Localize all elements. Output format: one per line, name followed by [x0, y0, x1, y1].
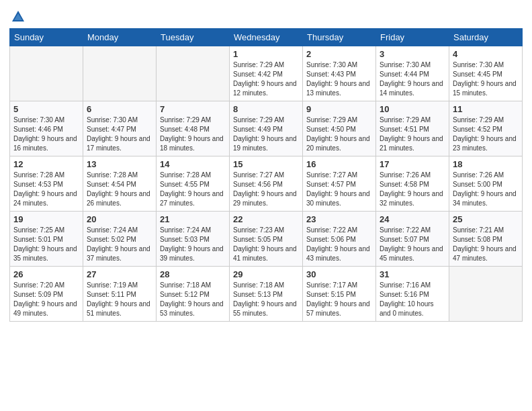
calendar-cell: 19Sunrise: 7:25 AMSunset: 5:01 PMDayligh…	[10, 212, 83, 267]
cell-info: Sunrise: 7:29 AMSunset: 4:52 PMDaylight:…	[453, 116, 517, 152]
calendar-cell: 20Sunrise: 7:24 AMSunset: 5:02 PMDayligh…	[83, 212, 157, 267]
cell-info: Sunrise: 7:21 AMSunset: 5:08 PMDaylight:…	[453, 226, 517, 262]
day-number: 8	[233, 104, 299, 114]
day-number: 9	[306, 104, 372, 114]
calendar-cell: 25Sunrise: 7:21 AMSunset: 5:08 PMDayligh…	[449, 212, 523, 267]
cell-info: Sunrise: 7:29 AMSunset: 4:49 PMDaylight:…	[233, 116, 297, 152]
cell-info: Sunrise: 7:30 AMSunset: 4:45 PMDaylight:…	[453, 61, 517, 97]
calendar-cell: 11Sunrise: 7:29 AMSunset: 4:52 PMDayligh…	[449, 101, 523, 156]
week-row-5: 26Sunrise: 7:20 AMSunset: 5:09 PMDayligh…	[10, 267, 523, 322]
calendar-body: 1Sunrise: 7:29 AMSunset: 4:42 PMDaylight…	[10, 46, 523, 322]
weekday-header-row: SundayMondayTuesdayWednesdayThursdayFrid…	[10, 29, 523, 46]
cell-info: Sunrise: 7:25 AMSunset: 5:01 PMDaylight:…	[13, 226, 77, 262]
weekday-friday: Friday	[376, 29, 449, 46]
weekday-tuesday: Tuesday	[157, 29, 230, 46]
week-row-1: 1Sunrise: 7:29 AMSunset: 4:42 PMDaylight…	[10, 46, 523, 101]
day-number: 12	[13, 159, 79, 169]
cell-info: Sunrise: 7:30 AMSunset: 4:46 PMDaylight:…	[13, 116, 77, 152]
cell-info: Sunrise: 7:30 AMSunset: 4:44 PMDaylight:…	[380, 61, 443, 97]
day-number: 27	[87, 269, 152, 279]
cell-info: Sunrise: 7:29 AMSunset: 4:51 PMDaylight:…	[380, 116, 443, 152]
cell-info: Sunrise: 7:18 AMSunset: 5:13 PMDaylight:…	[233, 281, 297, 317]
day-number: 20	[87, 214, 152, 224]
calendar-cell	[157, 46, 230, 101]
week-row-3: 12Sunrise: 7:28 AMSunset: 4:53 PMDayligh…	[10, 156, 523, 212]
calendar-cell: 6Sunrise: 7:30 AMSunset: 4:47 PMDaylight…	[83, 101, 157, 156]
day-number: 24	[380, 214, 445, 224]
day-number: 26	[13, 269, 79, 279]
cell-info: Sunrise: 7:24 AMSunset: 5:03 PMDaylight:…	[160, 226, 224, 262]
weekday-thursday: Thursday	[303, 29, 376, 46]
cell-info: Sunrise: 7:30 AMSunset: 4:47 PMDaylight:…	[87, 116, 150, 152]
cell-info: Sunrise: 7:28 AMSunset: 4:54 PMDaylight:…	[87, 171, 150, 207]
cell-info: Sunrise: 7:17 AMSunset: 5:15 PMDaylight:…	[306, 281, 370, 317]
cell-info: Sunrise: 7:19 AMSunset: 5:11 PMDaylight:…	[87, 281, 150, 317]
calendar-cell	[10, 46, 83, 101]
day-number: 4	[453, 49, 519, 59]
logo	[9, 9, 26, 24]
cell-info: Sunrise: 7:22 AMSunset: 5:07 PMDaylight:…	[380, 226, 443, 262]
day-number: 25	[453, 214, 519, 224]
header	[9, 7, 523, 24]
day-number: 23	[306, 214, 372, 224]
day-number: 31	[380, 269, 445, 279]
calendar-cell: 28Sunrise: 7:18 AMSunset: 5:12 PMDayligh…	[157, 267, 230, 322]
cell-info: Sunrise: 7:26 AMSunset: 5:00 PMDaylight:…	[453, 171, 517, 207]
cell-info: Sunrise: 7:27 AMSunset: 4:56 PMDaylight:…	[233, 171, 297, 207]
cell-info: Sunrise: 7:29 AMSunset: 4:42 PMDaylight:…	[233, 61, 297, 97]
calendar-cell	[449, 267, 523, 322]
calendar-cell: 26Sunrise: 7:20 AMSunset: 5:09 PMDayligh…	[10, 267, 83, 322]
calendar-cell: 4Sunrise: 7:30 AMSunset: 4:45 PMDaylight…	[449, 46, 523, 101]
day-number: 28	[160, 269, 226, 279]
calendar-cell: 3Sunrise: 7:30 AMSunset: 4:44 PMDaylight…	[376, 46, 449, 101]
logo-icon	[11, 9, 26, 24]
day-number: 30	[306, 269, 372, 279]
calendar-cell: 13Sunrise: 7:28 AMSunset: 4:54 PMDayligh…	[83, 156, 157, 212]
day-number: 6	[87, 104, 152, 114]
day-number: 18	[453, 159, 519, 169]
cell-info: Sunrise: 7:28 AMSunset: 4:53 PMDaylight:…	[13, 171, 77, 207]
day-number: 22	[233, 214, 299, 224]
cell-info: Sunrise: 7:29 AMSunset: 4:50 PMDaylight:…	[306, 116, 370, 152]
calendar-cell: 16Sunrise: 7:27 AMSunset: 4:57 PMDayligh…	[303, 156, 376, 212]
day-number: 17	[380, 159, 445, 169]
calendar-cell: 31Sunrise: 7:16 AMSunset: 5:16 PMDayligh…	[376, 267, 449, 322]
weekday-monday: Monday	[83, 29, 157, 46]
calendar-cell: 18Sunrise: 7:26 AMSunset: 5:00 PMDayligh…	[449, 156, 523, 212]
cell-info: Sunrise: 7:26 AMSunset: 4:58 PMDaylight:…	[380, 171, 443, 207]
calendar-cell: 10Sunrise: 7:29 AMSunset: 4:51 PMDayligh…	[376, 101, 449, 156]
day-number: 21	[160, 214, 226, 224]
day-number: 1	[233, 49, 299, 59]
cell-info: Sunrise: 7:22 AMSunset: 5:06 PMDaylight:…	[306, 226, 370, 262]
cell-info: Sunrise: 7:24 AMSunset: 5:02 PMDaylight:…	[87, 226, 150, 262]
calendar-cell: 17Sunrise: 7:26 AMSunset: 4:58 PMDayligh…	[376, 156, 449, 212]
week-row-2: 5Sunrise: 7:30 AMSunset: 4:46 PMDaylight…	[10, 101, 523, 156]
cell-info: Sunrise: 7:30 AMSunset: 4:43 PMDaylight:…	[306, 61, 370, 97]
cell-info: Sunrise: 7:16 AMSunset: 5:16 PMDaylight:…	[380, 281, 434, 317]
calendar-cell: 8Sunrise: 7:29 AMSunset: 4:49 PMDaylight…	[230, 101, 303, 156]
day-number: 15	[233, 159, 299, 169]
day-number: 3	[380, 49, 445, 59]
calendar-cell: 27Sunrise: 7:19 AMSunset: 5:11 PMDayligh…	[83, 267, 157, 322]
calendar-cell: 15Sunrise: 7:27 AMSunset: 4:56 PMDayligh…	[230, 156, 303, 212]
calendar-cell: 21Sunrise: 7:24 AMSunset: 5:03 PMDayligh…	[157, 212, 230, 267]
calendar-cell: 23Sunrise: 7:22 AMSunset: 5:06 PMDayligh…	[303, 212, 376, 267]
cell-info: Sunrise: 7:20 AMSunset: 5:09 PMDaylight:…	[13, 281, 77, 317]
day-number: 11	[453, 104, 519, 114]
cell-info: Sunrise: 7:27 AMSunset: 4:57 PMDaylight:…	[306, 171, 370, 207]
day-number: 19	[13, 214, 79, 224]
calendar-cell: 14Sunrise: 7:28 AMSunset: 4:55 PMDayligh…	[157, 156, 230, 212]
calendar-cell: 29Sunrise: 7:18 AMSunset: 5:13 PMDayligh…	[230, 267, 303, 322]
calendar-cell: 9Sunrise: 7:29 AMSunset: 4:50 PMDaylight…	[303, 101, 376, 156]
day-number: 5	[13, 104, 79, 114]
day-number: 16	[306, 159, 372, 169]
cell-info: Sunrise: 7:28 AMSunset: 4:55 PMDaylight:…	[160, 171, 224, 207]
weekday-wednesday: Wednesday	[230, 29, 303, 46]
calendar-cell: 5Sunrise: 7:30 AMSunset: 4:46 PMDaylight…	[10, 101, 83, 156]
calendar-cell: 24Sunrise: 7:22 AMSunset: 5:07 PMDayligh…	[376, 212, 449, 267]
cell-info: Sunrise: 7:23 AMSunset: 5:05 PMDaylight:…	[233, 226, 297, 262]
calendar-cell: 2Sunrise: 7:30 AMSunset: 4:43 PMDaylight…	[303, 46, 376, 101]
calendar-table: SundayMondayTuesdayWednesdayThursdayFrid…	[9, 28, 523, 322]
day-number: 14	[160, 159, 226, 169]
calendar-cell	[83, 46, 157, 101]
